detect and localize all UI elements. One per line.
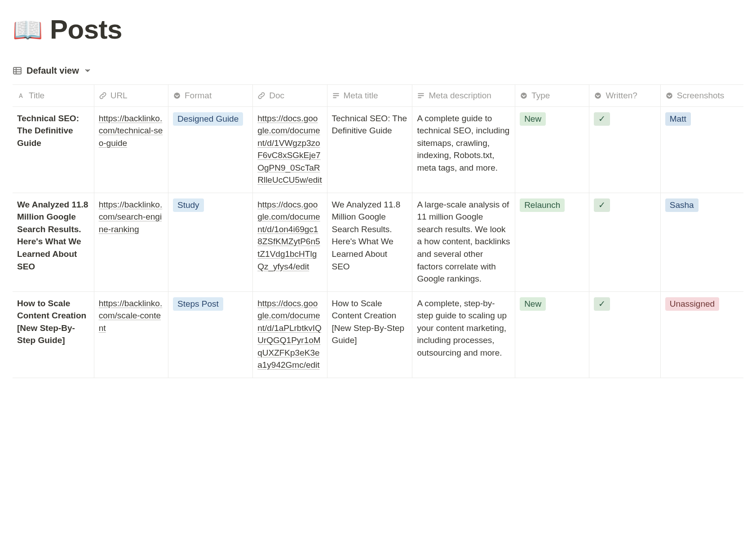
cell-meta-title[interactable]: How to Scale Content Creation [New Step-…	[327, 291, 412, 378]
table-row[interactable]: How to Scale Content Creation [New Step-…	[13, 291, 743, 378]
svg-rect-7	[333, 97, 336, 98]
cell-title[interactable]: Technical SEO: The Definitive Guide	[13, 106, 94, 193]
screenshots-tag[interactable]: Sasha	[665, 198, 699, 212]
type-tag[interactable]: New	[520, 112, 546, 126]
svg-rect-8	[418, 93, 424, 94]
svg-point-4	[174, 93, 180, 99]
cell-doc[interactable]: https://docs.google.com/document/d/1aPLr…	[253, 291, 327, 378]
cell-url[interactable]: https://backlinko.com/scale-content	[94, 291, 168, 378]
svg-rect-10	[418, 97, 422, 98]
cell-doc[interactable]: https://docs.google.com/document/d/1VWgz…	[253, 106, 327, 193]
cell-meta-description[interactable]: A complete guide to technical SEO, inclu…	[412, 106, 515, 193]
cell-screenshots[interactable]: Unassigned	[660, 291, 743, 378]
table-header-row: Title URL Format Doc Meta title Meta des…	[13, 85, 743, 107]
cell-screenshots[interactable]: Matt	[660, 106, 743, 193]
col-header-written[interactable]: Written?	[589, 85, 660, 107]
svg-point-12	[595, 93, 601, 99]
col-header-format[interactable]: Format	[168, 85, 253, 107]
cell-format[interactable]: Study	[168, 193, 253, 291]
col-header-meta-desc[interactable]: Meta description	[412, 85, 515, 107]
database-table: Title URL Format Doc Meta title Meta des…	[13, 84, 743, 378]
cell-screenshots[interactable]: Sasha	[660, 193, 743, 291]
table-row[interactable]: Technical SEO: The Definitive Guidehttps…	[13, 106, 743, 193]
col-header-type[interactable]: Type	[515, 85, 589, 107]
col-header-meta-title[interactable]: Meta title	[327, 85, 412, 107]
svg-rect-6	[333, 95, 339, 96]
title-prop-icon	[17, 92, 25, 100]
select-icon	[665, 92, 673, 100]
svg-point-13	[666, 93, 672, 99]
table-icon	[13, 66, 22, 75]
page-header: 📖 Posts	[13, 10, 743, 49]
svg-point-11	[521, 93, 527, 99]
cell-title[interactable]: How to Scale Content Creation [New Step-…	[13, 291, 94, 378]
cell-meta-description[interactable]: A large-scale analysis of 11 million Goo…	[412, 193, 515, 291]
view-switcher[interactable]: Default view	[13, 64, 743, 77]
cell-type[interactable]: New	[515, 291, 589, 378]
screenshots-tag[interactable]: Matt	[665, 112, 691, 126]
cell-written[interactable]: ✓	[589, 291, 660, 378]
url-link[interactable]: https://backlinko.com/scale-content	[99, 299, 163, 333]
select-icon	[173, 92, 181, 100]
select-icon	[594, 92, 602, 100]
cell-doc[interactable]: https://docs.google.com/document/d/1on4i…	[253, 193, 327, 291]
written-tag[interactable]: ✓	[594, 297, 610, 311]
cell-meta-description[interactable]: A complete, step-by-step guide to scalin…	[412, 291, 515, 378]
format-tag[interactable]: Steps Post	[173, 297, 223, 311]
cell-written[interactable]: ✓	[589, 193, 660, 291]
cell-written[interactable]: ✓	[589, 106, 660, 193]
url-link[interactable]: https://backlinko.com/search-engine-rank…	[99, 200, 163, 234]
text-icon	[332, 92, 340, 100]
text-icon	[417, 92, 425, 100]
page-icon[interactable]: 📖	[13, 18, 43, 42]
cell-meta-title[interactable]: Technical SEO: The Definitive Guide	[327, 106, 412, 193]
table-row[interactable]: We Analyzed 11.8 Million Google Search R…	[13, 193, 743, 291]
cell-type[interactable]: New	[515, 106, 589, 193]
format-tag[interactable]: Designed Guide	[173, 112, 243, 126]
cell-format[interactable]: Steps Post	[168, 291, 253, 378]
screenshots-tag[interactable]: Unassigned	[665, 297, 719, 311]
svg-rect-9	[418, 95, 424, 96]
link-icon	[257, 92, 265, 100]
view-name: Default view	[27, 64, 79, 77]
cell-url[interactable]: https://backlinko.com/technical-seo-guid…	[94, 106, 168, 193]
type-tag[interactable]: New	[520, 297, 546, 311]
url-link[interactable]: https://backlinko.com/technical-seo-guid…	[99, 114, 163, 148]
cell-meta-title[interactable]: We Analyzed 11.8 Million Google Search R…	[327, 193, 412, 291]
chevron-down-icon	[84, 64, 91, 77]
col-header-title[interactable]: Title	[13, 85, 94, 107]
col-header-doc[interactable]: Doc	[253, 85, 327, 107]
cell-format[interactable]: Designed Guide	[168, 106, 253, 193]
svg-rect-0	[13, 67, 21, 74]
col-header-screenshots[interactable]: Screenshots	[660, 85, 743, 107]
type-tag[interactable]: Relaunch	[520, 198, 565, 212]
cell-type[interactable]: Relaunch	[515, 193, 589, 291]
page-title[interactable]: Posts	[50, 10, 122, 49]
select-icon	[520, 92, 528, 100]
cell-title[interactable]: We Analyzed 11.8 Million Google Search R…	[13, 193, 94, 291]
col-header-url[interactable]: URL	[94, 85, 168, 107]
svg-rect-5	[333, 93, 339, 94]
written-tag[interactable]: ✓	[594, 198, 610, 212]
cell-url[interactable]: https://backlinko.com/search-engine-rank…	[94, 193, 168, 291]
link-icon	[99, 92, 107, 100]
written-tag[interactable]: ✓	[594, 112, 610, 126]
format-tag[interactable]: Study	[173, 198, 204, 212]
